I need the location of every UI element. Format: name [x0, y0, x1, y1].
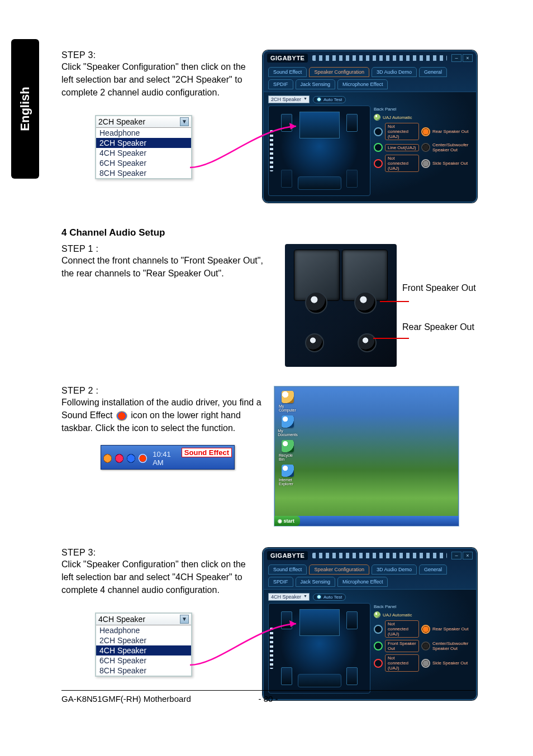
audio-config-app: GIGABYTE – × Sound Effect Speaker Config…: [263, 50, 477, 203]
page-footer: GA-K8N51GMF(-RH) Motherboard - 80 -: [61, 690, 475, 704]
dd-option-8ch[interactable]: 8CH Speaker: [96, 666, 191, 676]
tab-sound-effect[interactable]: Sound Effect: [268, 67, 307, 77]
minimize-button[interactable]: –: [451, 552, 461, 559]
desktop-screenshot: My Computer My Documents Recycle Bin Int…: [274, 386, 459, 527]
close-button[interactable]: ×: [463, 552, 473, 559]
jack-state: Not connected (UAJ): [385, 620, 419, 638]
dd-option-6ch[interactable]: 6CH Speaker: [96, 655, 191, 666]
jack-state: Front Speaker Out: [385, 640, 419, 652]
tab-spdif[interactable]: SPDIF: [268, 79, 293, 89]
close-button[interactable]: ×: [463, 54, 473, 62]
tab-general[interactable]: General: [419, 564, 447, 575]
step3-label: STEP 3:: [61, 50, 251, 60]
footer-page: - 80 -: [240, 694, 296, 704]
tab-3d-demo[interactable]: 3D Audio Demo: [372, 67, 417, 77]
room-preview: [268, 106, 370, 196]
plug-icon: [421, 143, 430, 152]
speaker-icon: [346, 170, 358, 188]
language-tab: English: [11, 39, 39, 179]
app-brand: GIGABYTE: [267, 54, 308, 63]
photo-label-front: Front Speaker Out: [402, 283, 476, 293]
taskbar[interactable]: ◉ start: [274, 516, 459, 526]
auto-test-button[interactable]: Auto Test: [313, 594, 346, 601]
tab-3d-demo[interactable]: 3D Audio Demo: [372, 564, 417, 575]
uaj-led-icon: [374, 114, 380, 121]
section-title-4ch: 4 Channel Audio Setup: [61, 227, 497, 238]
dropdown-value: 2CH Speaker: [98, 117, 145, 126]
back-panel-photo: [285, 244, 397, 367]
jack-icon[interactable]: [374, 143, 383, 152]
plug-icon: [421, 127, 430, 136]
desktop-folder-icon[interactable]: [282, 415, 294, 428]
auto-test-button[interactable]: Auto Test: [313, 96, 346, 103]
desktop-folder-icon[interactable]: [282, 465, 294, 477]
dd-option-2ch[interactable]: 2CH Speaker: [96, 138, 191, 148]
app-brand: GIGABYTE: [267, 551, 308, 560]
jack-icon[interactable]: [374, 659, 383, 668]
speaker-icon: [281, 170, 292, 188]
tray-sound-effect-icon[interactable]: [139, 454, 147, 463]
dd-option-6ch[interactable]: 6CH Speaker: [96, 158, 191, 168]
taskbar-tray-callout: Sound Effect 10:41 AM: [101, 445, 235, 470]
speaker-dropdown-2ch[interactable]: 2CH Speaker ▼ Headphone 2CH Speaker 4CH …: [95, 115, 192, 179]
dd-option-headphone[interactable]: Headphone: [96, 625, 191, 635]
tab-spdif[interactable]: SPDIF: [268, 577, 293, 587]
dd-option-2ch[interactable]: 2CH Speaker: [96, 635, 191, 645]
uaj-label: UAJ Automatic: [383, 613, 412, 618]
jack-icon[interactable]: [374, 159, 383, 168]
jack-port-icon: [354, 291, 377, 314]
tab-jack-sensing[interactable]: Jack Sensing: [296, 577, 336, 587]
desktop-folder-icon[interactable]: [282, 391, 294, 403]
tray-icon[interactable]: [127, 454, 135, 463]
app-speaker-select[interactable]: 4CH Speaker: [268, 593, 310, 601]
tab-sound-effect[interactable]: Sound Effect: [268, 564, 307, 575]
tray-tooltip-label: Sound Effect: [182, 448, 232, 457]
start-button[interactable]: ◉ start: [274, 516, 300, 526]
dd-option-8ch[interactable]: 8CH Speaker: [96, 168, 191, 178]
grip-icon[interactable]: [312, 553, 447, 558]
tray-icon[interactable]: [115, 454, 123, 463]
tray-icon[interactable]: [103, 454, 112, 463]
jack-state: Line Out(UAJ): [385, 144, 419, 151]
jack-icon[interactable]: [374, 625, 383, 634]
speaker-icon[interactable]: [281, 114, 292, 132]
tray-clock: 10:41 AM: [153, 450, 182, 467]
desktop-folder-icon[interactable]: [282, 440, 294, 452]
chevron-down-icon[interactable]: ▼: [180, 615, 189, 624]
jack-state: Not connected (UAJ): [385, 123, 419, 140]
speaker-icon[interactable]: [281, 667, 292, 685]
step1-label: STEP 1 :: [61, 244, 274, 254]
speaker-icon[interactable]: [346, 611, 358, 629]
jack-port-icon: [358, 333, 377, 352]
dd-option-4ch[interactable]: 4CH Speaker: [96, 645, 191, 655]
dd-option-headphone[interactable]: Headphone: [96, 128, 191, 138]
speaker-dropdown-4ch[interactable]: 4CH Speaker ▼ Headphone 2CH Speaker 4CH …: [95, 613, 192, 677]
grip-icon[interactable]: [312, 55, 447, 61]
jack-icon[interactable]: [374, 642, 383, 650]
tab-general[interactable]: General: [419, 67, 447, 77]
chevron-down-icon[interactable]: ▼: [180, 117, 189, 126]
tab-mic-effect[interactable]: Microphone Effect: [337, 79, 388, 89]
jack-state: Not connected (UAJ): [385, 654, 419, 672]
uaj-led-icon: [374, 611, 380, 618]
app-speaker-select[interactable]: 2CH Speaker: [268, 95, 310, 103]
audio-config-app: GIGABYTE – × Sound Effect Speaker Config…: [263, 548, 477, 700]
tab-mic-effect[interactable]: Microphone Effect: [337, 577, 388, 587]
speaker-icon[interactable]: [346, 114, 358, 132]
speaker-icon[interactable]: [346, 667, 358, 685]
tab-speaker-config[interactable]: Speaker Configuration: [309, 564, 369, 575]
dd-option-4ch[interactable]: 4CH Speaker: [96, 148, 191, 158]
speaker-icon[interactable]: [281, 611, 292, 629]
jack-icon[interactable]: [374, 127, 383, 136]
tab-speaker-config[interactable]: Speaker Configuration: [309, 67, 369, 77]
plug-icon: [421, 625, 430, 634]
step3-body: Click "Speaker Configuration" then click…: [61, 60, 251, 99]
step2-label: STEP 2 :: [61, 386, 263, 396]
jack-label: Rear Speaker Out: [432, 129, 472, 134]
jack-label: Side Speaker Out: [432, 661, 472, 666]
step3b-label: STEP 3:: [61, 548, 251, 558]
minimize-button[interactable]: –: [451, 54, 461, 62]
step3b-body: Click "Speaker Configuration" then click…: [61, 558, 251, 597]
tab-jack-sensing[interactable]: Jack Sensing: [296, 79, 336, 89]
jack-label: Center/Subwoofer Speaker Out: [432, 641, 472, 651]
